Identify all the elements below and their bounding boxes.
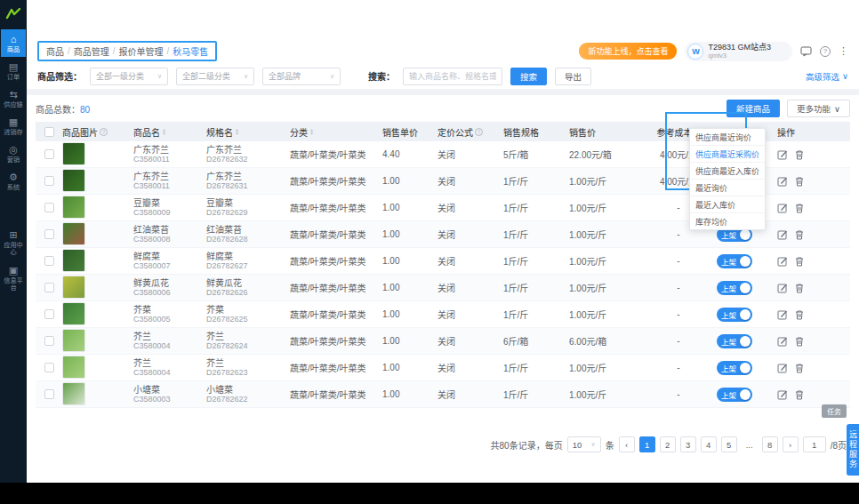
export-button[interactable]: 导出 <box>555 68 591 85</box>
row-checkbox[interactable] <box>44 256 54 266</box>
delete-icon[interactable] <box>794 203 805 213</box>
search-button[interactable]: 搜索 <box>510 68 547 85</box>
row-checkbox[interactable] <box>44 203 54 212</box>
page-button[interactable]: 3 <box>680 436 696 452</box>
help-icon[interactable]: ? <box>820 46 831 57</box>
page-button[interactable]: 2 <box>660 436 676 452</box>
sidebar-item-inventory[interactable]: ▦进销存 <box>1 112 26 140</box>
product-name: 广东芥兰 <box>133 172 169 181</box>
spec-cell: 鲜黄瓜花D26782626 <box>203 278 286 298</box>
task-badge[interactable]: 任务 <box>822 404 847 418</box>
category-select-2[interactable]: 全部二级分类∨ <box>176 68 254 85</box>
status-toggle[interactable]: 上架 <box>717 281 752 295</box>
more-actions-button[interactable]: 更多功能 ∨ <box>787 100 850 117</box>
row-checkbox[interactable] <box>44 149 54 159</box>
delete-icon[interactable] <box>794 229 805 240</box>
sort-icon[interactable]: ▲▼ <box>162 128 166 135</box>
create-product-button[interactable]: 新建商品 <box>727 100 780 117</box>
prev-page-button[interactable]: ‹ <box>619 436 635 452</box>
sale-price-cell: 1.00元/斤 <box>566 254 640 268</box>
row-checkbox[interactable] <box>44 309 54 319</box>
sort-icon[interactable]: ▲▼ <box>235 128 239 135</box>
row-checkbox[interactable] <box>44 363 54 372</box>
sidebar-item-info-platform[interactable]: ▣信息平台 <box>1 260 26 296</box>
page-jump-input[interactable] <box>803 436 826 452</box>
status-toggle[interactable]: 上架 <box>717 388 752 402</box>
sidebar-item-marketing[interactable]: ◎营销 <box>1 140 26 167</box>
sidebar-item-system[interactable]: ⚙系统 <box>1 167 26 195</box>
delete-icon[interactable] <box>794 256 805 267</box>
delete-icon[interactable] <box>794 283 805 293</box>
row-checkbox[interactable] <box>44 389 54 399</box>
remote-service-tab[interactable]: 远程服务 <box>847 424 859 476</box>
sidebar-item-app-center[interactable]: ⊞应用中心 <box>1 225 26 260</box>
spec-name: 红油菜苔 <box>206 225 242 235</box>
status-toggle[interactable]: 上架 <box>717 308 752 322</box>
more-dots-icon[interactable]: ⋮ <box>839 45 848 57</box>
row-checkbox[interactable] <box>44 283 54 292</box>
sidebar-item-supply-chain[interactable]: ⇆供应链 <box>1 84 26 112</box>
column-header-name[interactable]: 商品名▲▼ <box>130 125 203 139</box>
cost-menu-item[interactable]: 供应商最近询价 <box>690 129 765 146</box>
cost-menu-item[interactable]: 供应商最近入库价 <box>690 163 765 180</box>
category-cell: 蔬菜/叶菜类/叶菜类 <box>286 334 379 348</box>
edit-icon[interactable] <box>777 336 788 347</box>
row-checkbox[interactable] <box>44 176 54 186</box>
edit-icon[interactable] <box>777 309 788 320</box>
main-panel: 商品/商品管理/报价单管理/秋马零售 新功能上线，点击查看 W T29831 G… <box>27 0 859 483</box>
breadcrumb-item[interactable]: 商品 <box>46 44 64 58</box>
status-toggle[interactable]: 上架 <box>717 254 752 268</box>
cost-menu-item[interactable]: 最近入库价 <box>690 196 765 213</box>
new-feature-banner[interactable]: 新功能上线，点击查看 <box>579 43 677 60</box>
select-all-checkbox[interactable] <box>44 127 54 137</box>
sale-price-cell: 1.00元/斤 <box>566 308 640 321</box>
message-icon[interactable] <box>800 46 812 57</box>
spec-name: 鲜腐菜 <box>206 252 233 261</box>
row-checkbox[interactable] <box>44 336 54 346</box>
sidebar-item-goods[interactable]: ⌂商品 <box>1 29 26 57</box>
search-input[interactable] <box>403 68 502 85</box>
unit-price-cell: 1.00 <box>379 336 434 346</box>
page-size-select[interactable]: 10∨ <box>567 436 601 452</box>
edit-icon[interactable] <box>777 176 788 187</box>
delete-icon[interactable] <box>794 389 805 400</box>
breadcrumb-item[interactable]: 报价单管理 <box>119 44 164 58</box>
column-header-spec[interactable]: 规格名▲▼ <box>203 125 286 139</box>
page-button[interactable]: 4 <box>701 436 717 452</box>
category-select-3[interactable]: 全部品牌∨ <box>262 68 341 85</box>
pricing-formula-cell: 关闭 <box>434 361 500 374</box>
status-toggle[interactable]: 上架 <box>717 334 752 348</box>
breadcrumb-item[interactable]: 商品管理 <box>74 44 109 58</box>
edit-icon[interactable] <box>777 256 788 267</box>
edit-icon[interactable] <box>777 203 788 213</box>
cost-menu-item[interactable]: 供应商最近采购价 <box>690 146 765 163</box>
pricing-formula-cell: 关闭 <box>434 254 500 268</box>
page-ellipsis: ... <box>742 436 758 452</box>
edit-icon[interactable] <box>777 229 788 240</box>
cost-menu-item[interactable]: 库存均价 <box>690 213 765 229</box>
advanced-filter-link[interactable]: 高级筛选 ∨ <box>806 70 848 83</box>
edit-icon[interactable] <box>777 389 788 400</box>
delete-icon[interactable] <box>794 336 805 347</box>
delete-icon[interactable] <box>794 363 805 373</box>
cost-menu-item[interactable]: 最近询价 <box>690 180 765 196</box>
delete-icon[interactable] <box>794 149 805 160</box>
status-toggle[interactable]: 上架 <box>717 361 752 375</box>
sidebar-item-orders[interactable]: ▤订单 <box>1 57 26 84</box>
user-menu[interactable]: W T29831 GM站点3 qmtv3 <box>685 42 792 61</box>
next-page-button[interactable]: › <box>783 436 799 452</box>
top-whitespace <box>27 0 859 39</box>
category-select-1[interactable]: 全部一级分类∨ <box>90 68 168 85</box>
sort-icon[interactable]: ▲▼ <box>309 128 314 135</box>
edit-icon[interactable] <box>777 283 788 293</box>
column-header-category[interactable]: 分类▲▼ <box>286 125 379 139</box>
edit-icon[interactable] <box>777 363 788 373</box>
page-button[interactable]: 8 <box>762 436 778 452</box>
delete-icon[interactable] <box>794 176 805 187</box>
edit-icon[interactable] <box>777 149 788 160</box>
page-button[interactable]: 1 <box>639 436 655 452</box>
row-checkbox[interactable] <box>44 229 54 239</box>
delete-icon[interactable] <box>794 309 805 320</box>
page-button[interactable]: 5 <box>721 436 737 452</box>
pagination: 共80条记录，每页10∨条‹12345...8›/8页 <box>36 436 850 452</box>
